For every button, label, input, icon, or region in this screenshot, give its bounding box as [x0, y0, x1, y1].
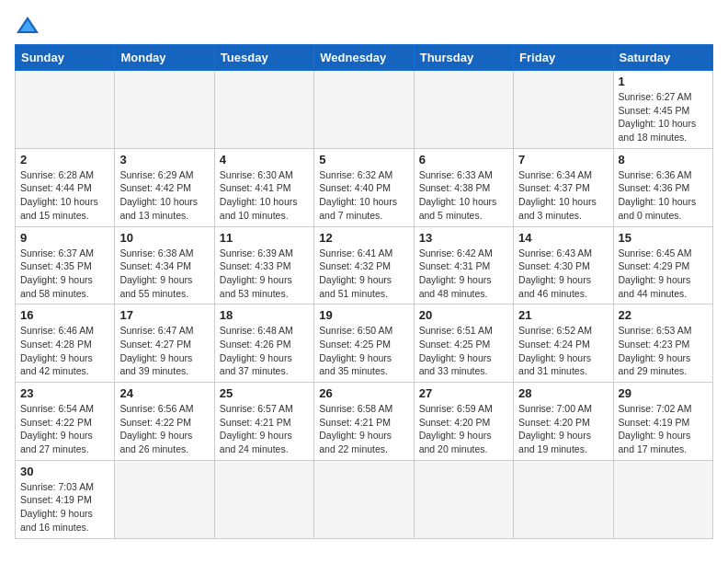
day-number: 6 — [419, 153, 508, 167]
calendar-cell — [314, 71, 414, 149]
day-info: Sunrise: 6:58 AM Sunset: 4:21 PM Dayligh… — [319, 402, 408, 456]
day-info: Sunrise: 6:56 AM Sunset: 4:22 PM Dayligh… — [119, 402, 209, 456]
calendar-cell: 21Sunrise: 6:52 AM Sunset: 4:24 PM Dayli… — [514, 304, 613, 383]
calendar-cell: 15Sunrise: 6:45 AM Sunset: 4:29 PM Dayli… — [613, 226, 712, 304]
day-number: 10 — [119, 231, 209, 245]
calendar-row-0: 1Sunrise: 6:27 AM Sunset: 4:45 PM Daylig… — [16, 71, 713, 149]
day-info: Sunrise: 6:48 AM Sunset: 4:26 PM Dayligh… — [220, 324, 309, 378]
day-number: 4 — [220, 153, 309, 167]
day-info: Sunrise: 6:57 AM Sunset: 4:21 PM Dayligh… — [220, 402, 309, 456]
day-number: 16 — [20, 308, 109, 322]
day-info: Sunrise: 6:38 AM Sunset: 4:34 PM Dayligh… — [119, 247, 209, 301]
calendar-cell — [414, 460, 513, 538]
day-number: 27 — [419, 386, 508, 400]
day-number: 3 — [119, 153, 209, 167]
calendar-row-2: 9Sunrise: 6:37 AM Sunset: 4:35 PM Daylig… — [16, 226, 713, 304]
day-info: Sunrise: 6:51 AM Sunset: 4:25 PM Dayligh… — [419, 324, 508, 378]
weekday-header-row: SundayMondayTuesdayWednesdayThursdayFrid… — [16, 45, 713, 71]
calendar-cell: 10Sunrise: 6:38 AM Sunset: 4:34 PM Dayli… — [115, 226, 214, 304]
calendar-cell: 27Sunrise: 6:59 AM Sunset: 4:20 PM Dayli… — [414, 383, 513, 461]
calendar-cell — [414, 71, 513, 149]
calendar-cell: 20Sunrise: 6:51 AM Sunset: 4:25 PM Dayli… — [414, 304, 513, 383]
weekday-header-monday: Monday — [115, 45, 214, 71]
calendar-cell — [214, 460, 313, 538]
day-number: 1 — [619, 75, 708, 88]
day-info: Sunrise: 6:37 AM Sunset: 4:35 PM Dayligh… — [20, 247, 109, 301]
day-info: Sunrise: 6:59 AM Sunset: 4:20 PM Dayligh… — [419, 402, 508, 456]
calendar-cell: 18Sunrise: 6:48 AM Sunset: 4:26 PM Dayli… — [214, 304, 313, 383]
day-info: Sunrise: 6:34 AM Sunset: 4:37 PM Dayligh… — [518, 168, 608, 223]
calendar-cell: 17Sunrise: 6:47 AM Sunset: 4:27 PM Dayli… — [115, 304, 214, 383]
calendar-row-3: 16Sunrise: 6:46 AM Sunset: 4:28 PM Dayli… — [16, 304, 713, 383]
day-number: 23 — [20, 386, 109, 400]
day-info: Sunrise: 6:28 AM Sunset: 4:44 PM Dayligh… — [20, 168, 109, 223]
calendar-cell: 12Sunrise: 6:41 AM Sunset: 4:32 PM Dayli… — [314, 226, 414, 304]
calendar-cell — [613, 460, 712, 538]
day-number: 17 — [119, 308, 209, 322]
calendar-cell: 4Sunrise: 6:30 AM Sunset: 4:41 PM Daylig… — [214, 148, 313, 226]
day-number: 22 — [619, 308, 708, 322]
day-number: 20 — [419, 308, 508, 322]
day-number: 9 — [20, 231, 109, 245]
calendar-cell: 23Sunrise: 6:54 AM Sunset: 4:22 PM Dayli… — [16, 383, 115, 461]
day-info: Sunrise: 6:30 AM Sunset: 4:41 PM Dayligh… — [220, 168, 309, 223]
day-number: 26 — [319, 386, 408, 400]
day-info: Sunrise: 6:53 AM Sunset: 4:23 PM Dayligh… — [619, 324, 708, 378]
calendar-row-1: 2Sunrise: 6:28 AM Sunset: 4:44 PM Daylig… — [16, 148, 713, 226]
calendar-cell: 8Sunrise: 6:36 AM Sunset: 4:36 PM Daylig… — [613, 148, 712, 226]
day-number: 28 — [518, 386, 608, 400]
calendar-cell: 28Sunrise: 7:00 AM Sunset: 4:20 PM Dayli… — [514, 383, 613, 461]
day-info: Sunrise: 6:54 AM Sunset: 4:22 PM Dayligh… — [20, 402, 109, 456]
calendar-cell: 25Sunrise: 6:57 AM Sunset: 4:21 PM Dayli… — [214, 383, 313, 461]
calendar-cell: 22Sunrise: 6:53 AM Sunset: 4:23 PM Dayli… — [613, 304, 712, 383]
day-info: Sunrise: 6:33 AM Sunset: 4:38 PM Dayligh… — [419, 168, 508, 223]
calendar-cell: 26Sunrise: 6:58 AM Sunset: 4:21 PM Dayli… — [314, 383, 414, 461]
calendar-cell — [16, 71, 115, 149]
day-info: Sunrise: 6:39 AM Sunset: 4:33 PM Dayligh… — [220, 247, 309, 301]
calendar-cell: 13Sunrise: 6:42 AM Sunset: 4:31 PM Dayli… — [414, 226, 513, 304]
day-info: Sunrise: 6:36 AM Sunset: 4:36 PM Dayligh… — [619, 168, 708, 223]
calendar-row-4: 23Sunrise: 6:54 AM Sunset: 4:22 PM Dayli… — [16, 383, 713, 461]
day-info: Sunrise: 6:32 AM Sunset: 4:40 PM Dayligh… — [319, 168, 408, 223]
calendar-cell: 5Sunrise: 6:32 AM Sunset: 4:40 PM Daylig… — [314, 148, 414, 226]
day-info: Sunrise: 6:52 AM Sunset: 4:24 PM Dayligh… — [518, 324, 608, 378]
day-info: Sunrise: 6:27 AM Sunset: 4:45 PM Dayligh… — [619, 90, 708, 144]
day-info: Sunrise: 6:46 AM Sunset: 4:28 PM Dayligh… — [20, 324, 109, 378]
calendar-cell — [214, 71, 313, 149]
day-info: Sunrise: 7:02 AM Sunset: 4:19 PM Dayligh… — [619, 402, 708, 456]
day-number: 19 — [319, 308, 408, 322]
weekday-header-thursday: Thursday — [414, 45, 513, 71]
day-info: Sunrise: 7:00 AM Sunset: 4:20 PM Dayligh… — [518, 402, 608, 456]
day-info: Sunrise: 6:43 AM Sunset: 4:30 PM Dayligh… — [518, 247, 608, 301]
day-number: 14 — [518, 231, 608, 245]
day-info: Sunrise: 6:29 AM Sunset: 4:42 PM Dayligh… — [119, 168, 209, 223]
day-number: 30 — [20, 465, 109, 478]
calendar-cell — [115, 71, 214, 149]
calendar-cell: 19Sunrise: 6:50 AM Sunset: 4:25 PM Dayli… — [314, 304, 414, 383]
calendar-cell — [314, 460, 414, 538]
calendar-cell — [514, 460, 613, 538]
calendar-cell — [514, 71, 613, 149]
day-info: Sunrise: 6:45 AM Sunset: 4:29 PM Dayligh… — [619, 247, 708, 301]
calendar-cell: 7Sunrise: 6:34 AM Sunset: 4:37 PM Daylig… — [514, 148, 613, 226]
day-number: 15 — [619, 231, 708, 245]
day-number: 5 — [319, 153, 408, 167]
calendar-row-5: 30Sunrise: 7:03 AM Sunset: 4:19 PM Dayli… — [16, 460, 713, 538]
calendar-cell: 3Sunrise: 6:29 AM Sunset: 4:42 PM Daylig… — [115, 148, 214, 226]
weekday-header-friday: Friday — [514, 45, 613, 71]
calendar-cell: 16Sunrise: 6:46 AM Sunset: 4:28 PM Dayli… — [16, 304, 115, 383]
logo — [15, 15, 48, 37]
calendar-cell: 14Sunrise: 6:43 AM Sunset: 4:30 PM Dayli… — [514, 226, 613, 304]
day-info: Sunrise: 6:41 AM Sunset: 4:32 PM Dayligh… — [319, 247, 408, 301]
day-number: 11 — [220, 231, 309, 245]
calendar-cell: 24Sunrise: 6:56 AM Sunset: 4:22 PM Dayli… — [115, 383, 214, 461]
calendar-cell: 2Sunrise: 6:28 AM Sunset: 4:44 PM Daylig… — [16, 148, 115, 226]
day-info: Sunrise: 6:50 AM Sunset: 4:25 PM Dayligh… — [319, 324, 408, 378]
day-number: 29 — [619, 386, 708, 400]
calendar-cell: 11Sunrise: 6:39 AM Sunset: 4:33 PM Dayli… — [214, 226, 313, 304]
calendar-cell: 30Sunrise: 7:03 AM Sunset: 4:19 PM Dayli… — [16, 460, 115, 538]
day-number: 24 — [119, 386, 209, 400]
day-info: Sunrise: 6:47 AM Sunset: 4:27 PM Dayligh… — [119, 324, 209, 378]
day-number: 21 — [518, 308, 608, 322]
weekday-header-saturday: Saturday — [613, 45, 712, 71]
